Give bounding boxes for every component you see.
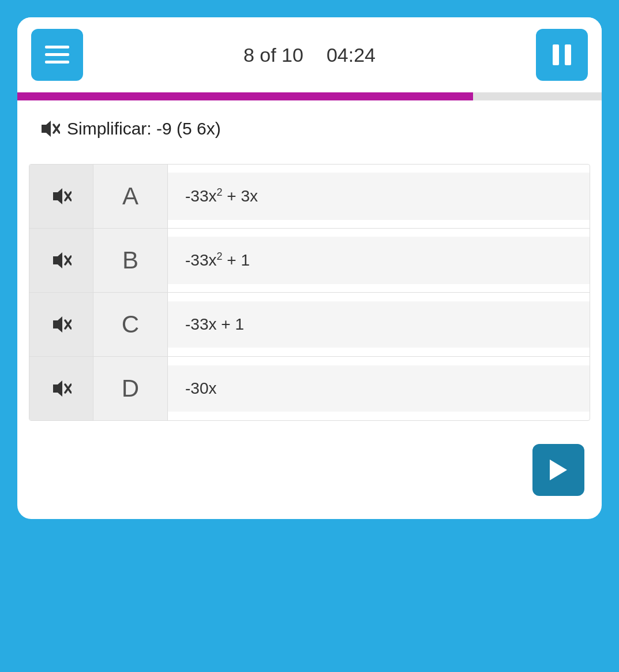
menu-button[interactable] <box>31 29 83 81</box>
option-a-mute-button[interactable] <box>50 186 73 207</box>
option-d-letter: D <box>122 375 139 402</box>
svg-marker-17 <box>53 380 62 397</box>
mute-icon-b <box>50 251 72 270</box>
option-b-letter: B <box>122 247 138 274</box>
option-b-content: -33x2 + 1 <box>168 237 590 283</box>
svg-rect-2 <box>45 61 69 64</box>
option-d-mute-button[interactable] <box>50 378 73 399</box>
option-a-letter: A <box>122 182 138 210</box>
option-b-mute-button[interactable] <box>50 250 73 271</box>
pause-icon <box>553 44 571 65</box>
svg-marker-8 <box>53 188 62 204</box>
option-c-text: -33x + 1 <box>185 315 244 334</box>
question-area: Simplificar: -9 (5 6x) <box>17 100 602 150</box>
app-container: 8 of 10 04:24 <box>0 0 619 672</box>
svg-marker-5 <box>42 121 51 137</box>
svg-marker-20 <box>550 460 567 480</box>
svg-marker-14 <box>53 316 62 333</box>
option-b-text: -33x2 + 1 <box>185 251 250 270</box>
option-row-a[interactable]: A -33x2 + 3x <box>29 165 590 229</box>
option-c-letter: C <box>122 311 139 338</box>
question-label: Simplificar: -9 (5 6x) <box>38 119 581 139</box>
pause-button[interactable] <box>536 29 588 81</box>
progress-bar-container <box>17 92 602 100</box>
menu-icon <box>45 46 69 64</box>
header-center: 8 of 10 04:24 <box>243 44 376 66</box>
option-row-d[interactable]: D -30x <box>29 357 590 420</box>
option-d-content: -30x <box>168 365 590 412</box>
progress-text: 8 of 10 <box>243 44 303 66</box>
svg-rect-3 <box>553 44 559 65</box>
option-b-letter-cell: B <box>93 229 168 292</box>
option-d-mute-cell[interactable] <box>29 357 93 420</box>
option-a-content: -33x2 + 3x <box>168 173 590 219</box>
progress-bar-fill <box>17 92 473 100</box>
quiz-card: 8 of 10 04:24 <box>17 17 602 519</box>
options-container: A -33x2 + 3x <box>29 164 590 421</box>
option-c-content: -33x + 1 <box>168 301 590 348</box>
option-d-letter-cell: D <box>93 357 168 420</box>
svg-rect-4 <box>565 44 571 65</box>
option-a-letter-cell: A <box>93 165 168 228</box>
svg-rect-1 <box>45 53 69 56</box>
option-a-mute-cell[interactable] <box>29 165 93 228</box>
option-c-letter-cell: C <box>93 293 168 356</box>
svg-marker-11 <box>53 252 62 268</box>
option-d-text: -30x <box>185 379 216 398</box>
mute-icon-question <box>38 119 60 139</box>
question-mute-button[interactable] <box>38 119 60 139</box>
mute-icon-d <box>50 379 72 398</box>
option-row-c[interactable]: C -33x + 1 <box>29 293 590 357</box>
header: 8 of 10 04:24 <box>17 17 602 92</box>
timer-text: 04:24 <box>327 44 376 66</box>
svg-rect-0 <box>45 46 69 48</box>
footer <box>17 432 602 519</box>
option-row-b[interactable]: B -33x2 + 1 <box>29 229 590 293</box>
next-button[interactable] <box>532 444 584 496</box>
play-icon <box>550 460 567 480</box>
mute-icon-c <box>50 315 72 334</box>
option-c-mute-button[interactable] <box>50 314 73 335</box>
option-a-text: -33x2 + 3x <box>185 186 258 206</box>
question-text: Simplificar: -9 (5 6x) <box>67 119 221 139</box>
option-b-mute-cell[interactable] <box>29 229 93 292</box>
option-c-mute-cell[interactable] <box>29 293 93 356</box>
mute-icon-a <box>50 186 72 206</box>
